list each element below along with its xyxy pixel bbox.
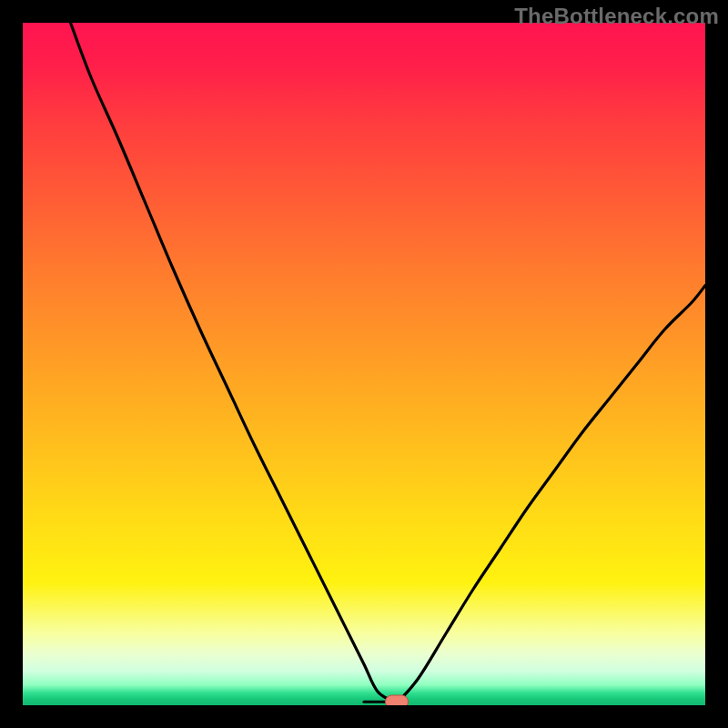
bottleneck-curve <box>23 23 705 705</box>
left-curve-path <box>71 23 395 702</box>
plot-area <box>23 23 705 705</box>
optimal-point-marker <box>385 695 409 705</box>
right-curve-path <box>399 286 706 703</box>
chart-frame: TheBottleneck.com <box>0 0 728 728</box>
watermark-text: TheBottleneck.com <box>514 4 719 29</box>
